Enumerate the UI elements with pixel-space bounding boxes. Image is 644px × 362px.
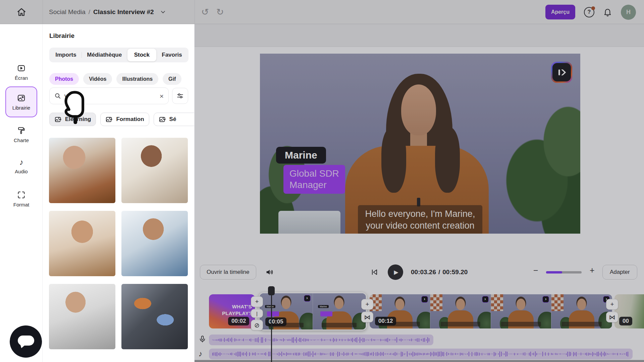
timeline-clip-next[interactable]: 00 [614,294,644,328]
tag-seminaire[interactable]: Sé [154,113,195,126]
zoom-out-icon[interactable]: − [533,266,538,275]
sidebar-item-format[interactable]: Format [0,190,43,207]
project-title[interactable]: Classic Interview #2 [93,8,154,16]
redo-icon[interactable]: ↻ [216,8,224,17]
open-timeline-button[interactable]: Ouvrir la timeline [200,265,256,280]
play-icon: ▶ [394,269,398,276]
search-filter-button[interactable] [172,88,188,104]
speaker-figure [381,127,406,193]
clip-thumbnail: Marine [313,293,366,329]
thumb-role-tag [267,311,279,316]
timeline-clip-selected[interactable]: Marine › Marine 00:05 [259,292,367,330]
sidebar-item-librairie[interactable]: Librairie [5,86,37,117]
app-window: Social Media / Classic Interview #2 ↺ ↻ … [0,0,644,362]
sidebar-item-label: Écran [15,75,28,81]
stock-photo-1[interactable] [49,138,115,203]
transition-button[interactable]: ⋈ [361,312,373,322]
transition-button[interactable]: ⋈ [606,312,618,322]
subtitle-overlay[interactable]: Hello everyone, I'm Marine, your video c… [358,205,483,234]
undo-icon[interactable]: ↺ [201,8,209,17]
filter-illustrations[interactable]: Illustrations [116,73,158,85]
playhead-line[interactable] [271,288,272,362]
avatar[interactable]: H [621,5,636,20]
playback-controls: Ouvrir la timeline ▶ 00:03.26 / 00:59.20… [195,263,644,282]
help-icon[interactable]: ? [584,7,594,17]
sidebar-item-charte[interactable]: Charte [0,126,43,143]
preview-button[interactable]: Aperçu [545,5,575,19]
frame-corners-icon [17,190,26,199]
stock-photo-4[interactable] [121,211,188,276]
chevron-down-icon[interactable] [160,9,166,15]
filter-photos[interactable]: Photos [49,73,79,85]
subtitle-line-2: your video content creation [365,220,475,232]
fit-button[interactable]: Adapter [602,265,637,280]
bell-icon[interactable] [603,8,612,17]
tag-formation[interactable]: Formation [100,113,149,126]
music-track[interactable] [209,349,633,359]
clip-duration-badge: 00:02 [228,317,249,325]
tab-favoris[interactable]: Favoris [156,49,187,61]
add-clip-button[interactable]: + [606,299,618,310]
video-preview[interactable]: Marine Global SDR Manager Hello everyone… [260,54,580,234]
timeline-zoom-slider[interactable] [546,271,582,274]
music-waveform [209,349,633,359]
stock-photo-6[interactable] [121,284,188,349]
music-track-icon: ♪ [199,349,203,358]
topbar-divider [43,0,43,24]
stock-photo-3[interactable] [49,211,115,276]
breadcrumb-separator: / [89,8,90,16]
speaker-figure [435,127,460,193]
split-clip-button[interactable]: | [251,309,263,318]
timecode: 00:03.26 / 00:59.20 [411,268,468,276]
stock-photo-5[interactable] [49,284,115,349]
home-button[interactable] [13,5,30,19]
tab-stock[interactable]: Stock [127,49,157,61]
window-bottom-edge [195,360,644,362]
paint-roller-icon [17,126,26,135]
filter-gif[interactable]: Gif [163,73,181,85]
thumb-subtitle-bar [501,322,541,326]
thumb-name-tag: Marine [265,305,275,308]
playplay-logo [551,62,572,83]
clear-search-icon[interactable]: × [160,93,164,100]
speaker-name-badge[interactable]: Marine [276,147,326,164]
breadcrumb[interactable]: Social Media / Classic Interview #2 [49,0,166,24]
chat-bubble-icon [18,336,34,346]
skip-to-start-icon[interactable] [370,268,378,276]
search-input[interactable] [64,93,156,99]
subtitle-line-1: Hello everyone, I'm Marine, [365,208,475,220]
plant-decoration [498,101,580,234]
speaker-role-badge[interactable]: Global SDR Manager [283,165,345,194]
stock-photo-grid [49,138,189,349]
media-type-filters: Photos Vidéos Illustrations Gif [49,73,181,85]
laptop-shape [278,211,340,234]
editor-canvas: Marine Global SDR Manager Hello everyone… [195,24,644,362]
topbar-divider-2 [195,0,195,24]
tab-imports[interactable]: Imports [50,49,82,61]
voiceover-track[interactable] [209,335,433,345]
sidebar-item-label: Format [13,202,30,207]
play-button[interactable]: ▶ [388,264,403,280]
history-controls: ↺ ↻ [201,0,224,24]
thumb-subtitle-bar [562,322,602,326]
filter-videos[interactable]: Vidéos [83,73,112,85]
thumb-head [395,299,404,310]
role-line-1: Global SDR [289,168,339,179]
timeline-clip-intro[interactable]: WHAT'S PLAYPLAY? 00:02 [209,294,255,328]
add-clip-button[interactable]: + [251,296,263,307]
zoom-in-icon[interactable]: + [590,266,595,275]
stock-photo-2[interactable] [121,138,188,203]
chat-support-button[interactable] [10,325,42,358]
volume-icon[interactable] [265,267,274,277]
hide-transition-button[interactable]: ⊘ [251,320,263,330]
sidebar-item-label: Librairie [12,105,30,111]
tag-elearning[interactable]: Elearning [49,113,96,126]
sidebar-item-ecran[interactable]: Écran [0,64,43,81]
library-tabs: Imports Médiathèque Stock Favoris [49,48,189,62]
thumb-wall-art [430,294,442,311]
thumb-head [456,299,465,310]
tab-mediatheque[interactable]: Médiathèque [82,49,127,61]
add-clip-button[interactable]: + [361,299,373,310]
sidebar-item-audio[interactable]: ♪ Audio [0,158,43,174]
timeline-clip-desk[interactable]: › › › [370,294,612,328]
